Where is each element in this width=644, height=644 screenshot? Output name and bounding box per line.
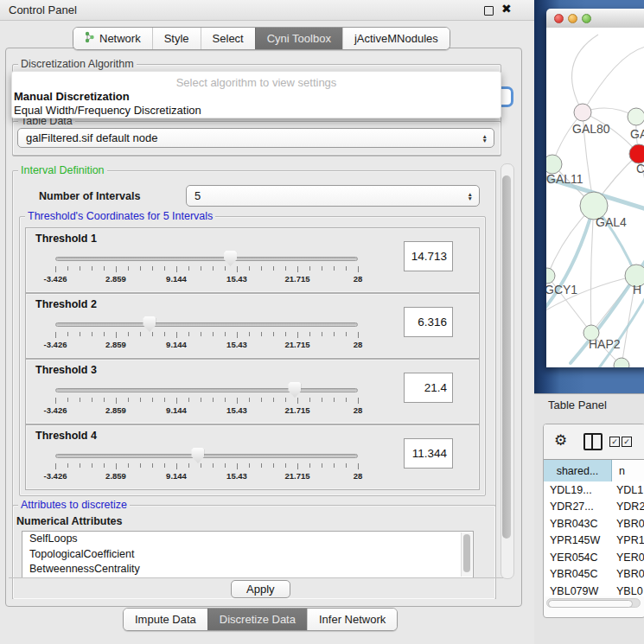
tab-network[interactable]: Network bbox=[73, 28, 152, 49]
table-cell-name: YDL1 bbox=[611, 484, 644, 496]
network-window-titlebar[interactable] bbox=[546, 9, 644, 29]
tick-mark bbox=[225, 332, 226, 336]
table-cell-shared: YDL19... bbox=[544, 484, 611, 496]
table-row[interactable]: YBR045CYBR0 bbox=[544, 566, 644, 583]
attribute-list-item[interactable]: SelfLoops bbox=[22, 532, 473, 547]
numerical-attributes-list[interactable]: SelfLoopsTopologicalCoefficientBetweenne… bbox=[22, 531, 474, 578]
attribute-list-item[interactable]: BetweennessCentrality bbox=[22, 562, 473, 577]
table-row[interactable]: YDR27...YDR2 bbox=[544, 499, 644, 516]
apply-button[interactable]: Apply bbox=[231, 580, 290, 598]
slider-track[interactable] bbox=[55, 454, 358, 458]
tab-discretize-data[interactable]: Discretize Data bbox=[207, 609, 307, 630]
tab-impute-data[interactable]: Impute Data bbox=[124, 609, 207, 630]
tick-mark bbox=[334, 332, 335, 336]
network-node-ga[interactable] bbox=[628, 108, 644, 125]
table-cell-shared: YPR145W bbox=[544, 534, 611, 546]
checkbox-icon[interactable]: ✓ bbox=[622, 437, 632, 447]
tick-mark bbox=[346, 398, 347, 402]
tick-mark bbox=[201, 332, 201, 336]
minimize-traffic-light-icon[interactable] bbox=[568, 14, 577, 23]
tab-infer-network[interactable]: Infer Network bbox=[307, 609, 397, 630]
popup-option-2[interactable]: Equal Width/Frequency Discretization bbox=[12, 103, 501, 117]
tick-mark bbox=[152, 398, 153, 402]
table-data-combo-value: galFiltered.sif default node bbox=[26, 131, 157, 144]
columns-icon[interactable] bbox=[583, 433, 603, 450]
list-scrollbar[interactable] bbox=[461, 532, 472, 577]
number-of-intervals-label: Number of Intervals bbox=[39, 190, 140, 202]
slider[interactable]: -3.4262.8599.14415.4321.71528 bbox=[55, 425, 358, 489]
tick-label: -3.426 bbox=[44, 274, 67, 284]
threshold-value-field[interactable]: 14.713 bbox=[404, 241, 453, 271]
threshold-value-field[interactable]: 21.4 bbox=[404, 373, 453, 403]
network-node-gcy1[interactable] bbox=[546, 268, 555, 284]
tick-mark bbox=[188, 266, 189, 271]
slider-track[interactable] bbox=[55, 388, 358, 392]
checkbox-icon[interactable]: ✓ bbox=[609, 437, 620, 447]
slider[interactable]: -3.4262.8599.14415.4321.71528 bbox=[55, 294, 358, 358]
table-row[interactable]: YBL079WYBL0 bbox=[544, 583, 644, 596]
tab-cyni-toolbox[interactable]: Cyni Toolbox bbox=[255, 28, 342, 49]
table-header-shared[interactable]: shared... bbox=[544, 460, 612, 481]
slider[interactable]: -3.4262.8599.14415.4321.71528 bbox=[55, 228, 358, 292]
tab-jactivemnodules[interactable]: jActiveMNodules bbox=[342, 28, 450, 49]
table-row[interactable]: YBR043CYBR0 bbox=[544, 515, 644, 532]
slider-track[interactable] bbox=[55, 322, 358, 327]
slider[interactable]: -3.4262.8599.14415.4321.71528 bbox=[55, 360, 358, 424]
number-of-intervals-combo[interactable]: 5 ▲▼ bbox=[186, 185, 480, 207]
slider-track[interactable] bbox=[55, 257, 358, 261]
tab-style[interactable]: Style bbox=[152, 28, 201, 49]
table-cell-shared: YDR27... bbox=[544, 501, 611, 513]
zoom-traffic-light-icon[interactable] bbox=[582, 14, 591, 23]
threshold-value-field[interactable]: 6.316 bbox=[404, 307, 453, 337]
panel-title: Control Panel bbox=[9, 3, 77, 16]
table-data-combo[interactable]: galFiltered.sif default node ▲▼ bbox=[17, 128, 494, 148]
network-node-gal80[interactable] bbox=[574, 104, 591, 121]
table-hscrollbar[interactable] bbox=[546, 598, 641, 608]
main-scrollbar[interactable] bbox=[501, 163, 514, 579]
tick-mark bbox=[309, 398, 310, 402]
threshold-value-field[interactable]: 11.344 bbox=[404, 438, 453, 469]
tick-mark bbox=[116, 332, 117, 338]
slider-thumb[interactable] bbox=[191, 448, 204, 463]
slider-thumb[interactable] bbox=[224, 251, 237, 266]
tab-select[interactable]: Select bbox=[201, 28, 255, 49]
table-header-name[interactable]: n bbox=[612, 460, 644, 481]
hscrollbar-thumb[interactable] bbox=[548, 600, 633, 608]
tick-mark bbox=[201, 266, 201, 271]
slider-thumb[interactable] bbox=[143, 316, 156, 332]
network-canvas[interactable]: GAL80GACGAL11GAL4GCY1HHAP2 bbox=[546, 28, 644, 367]
network-node-red-node[interactable] bbox=[629, 144, 644, 163]
tick-mark bbox=[249, 266, 250, 271]
close-traffic-light-icon[interactable] bbox=[554, 14, 564, 23]
tick-label: 9.144 bbox=[166, 471, 187, 481]
tab-label: Cyni Toolbox bbox=[267, 32, 331, 45]
tick-mark bbox=[273, 266, 274, 271]
tick-mark bbox=[346, 266, 347, 271]
tick-mark bbox=[92, 332, 92, 336]
tick-mark bbox=[249, 332, 250, 336]
slider-thumb[interactable] bbox=[288, 382, 301, 398]
tick-mark bbox=[225, 398, 226, 402]
gear-icon[interactable]: ⚙ bbox=[554, 431, 567, 450]
popup-option-1[interactable]: Manual Discretization bbox=[12, 89, 501, 103]
table-row[interactable]: YPR145WYPR1 bbox=[544, 532, 644, 550]
tick-label: 15.43 bbox=[226, 274, 247, 284]
tick-mark bbox=[104, 398, 105, 402]
tick-mark bbox=[261, 398, 262, 402]
tab-label: Style bbox=[164, 32, 189, 45]
network-node-bottom-node[interactable] bbox=[614, 358, 629, 367]
attribute-list-item[interactable]: TopologicalCoefficient bbox=[22, 547, 473, 563]
table-row[interactable]: YER054CYER0 bbox=[544, 549, 644, 566]
tick-mark bbox=[164, 463, 165, 468]
float-panel-icon[interactable] bbox=[484, 6, 494, 16]
group-title-interval-definition: Interval Definition bbox=[18, 164, 107, 176]
tick-label: 21.715 bbox=[284, 471, 309, 481]
close-icon[interactable]: ✖ bbox=[501, 2, 512, 16]
tick-mark bbox=[322, 463, 322, 468]
table-row[interactable]: YDL19...YDL1 bbox=[544, 481, 644, 499]
tick-mark bbox=[358, 266, 359, 272]
network-node-label: H bbox=[633, 283, 641, 296]
network-node-gal11[interactable] bbox=[546, 155, 562, 174]
scrollbar-thumb[interactable] bbox=[502, 175, 511, 539]
tick-mark bbox=[55, 332, 56, 338]
